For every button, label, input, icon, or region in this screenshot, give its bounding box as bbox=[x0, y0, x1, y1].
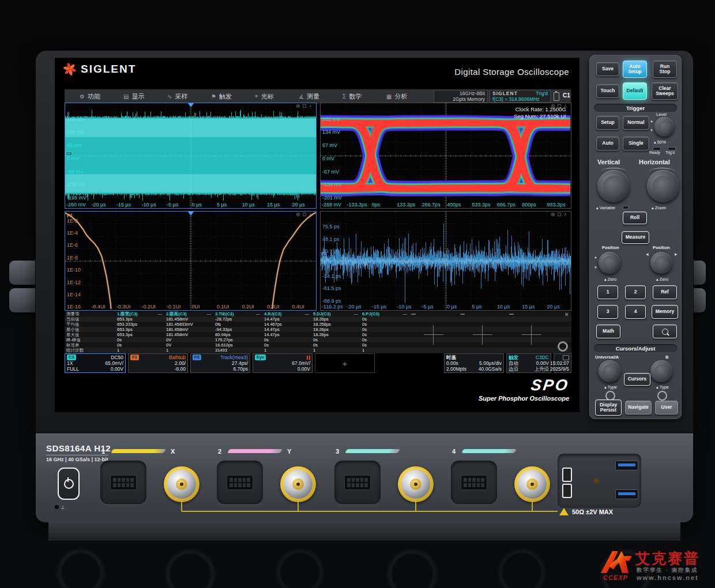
signal-box-c3[interactable]: C3DC501X65.0mV/FULL0.00V bbox=[65, 353, 126, 373]
b-knob[interactable] bbox=[650, 360, 672, 382]
column-header[interactable]: 3.TIE(C3)— bbox=[213, 311, 262, 316]
reset-statistics-icon[interactable] bbox=[558, 341, 568, 352]
default-button[interactable]: Default bbox=[623, 82, 647, 100]
power-button[interactable] bbox=[58, 468, 80, 500]
trigger-status-box[interactable]: 触发C3DC 自动0.00V 边沿上升沿 bbox=[506, 353, 551, 373]
accexp-logo-text: CCEXP bbox=[603, 574, 628, 581]
timebase-box[interactable]: 时基 0.00s5.00µs/div 2.00Mpts40.0GSa/s bbox=[444, 353, 504, 373]
sound-icon[interactable]: ♪ bbox=[309, 212, 314, 217]
menu-item-5[interactable]: ⌖光标 bbox=[255, 89, 274, 103]
clear-sweeps-button[interactable]: Clear Sweeps bbox=[652, 82, 678, 100]
empty-column-header[interactable] bbox=[507, 348, 556, 353]
tie-track-canvas[interactable] bbox=[321, 212, 571, 310]
signal-box-f3[interactable]: F3Track(mea3)27.4ps/6.70ps bbox=[190, 353, 250, 373]
cursors-button[interactable]: Cursors bbox=[624, 373, 650, 386]
camera-icon[interactable]: ◎ bbox=[551, 212, 557, 217]
trigger-position-marker[interactable] bbox=[188, 212, 194, 218]
empty-column-header[interactable]: ••• bbox=[409, 311, 458, 316]
waveform-plot-c3[interactable]: ◎▢♪ C3 bbox=[65, 103, 317, 209]
signal-box-eye[interactable]: Eye67.0mV/0.00V bbox=[253, 353, 313, 373]
vertical-scale-knob[interactable] bbox=[597, 170, 630, 202]
ref-button[interactable]: Ref bbox=[653, 285, 677, 299]
trigger-level-knob[interactable] bbox=[654, 117, 674, 137]
sample-rate: 40.0GSa/s bbox=[479, 366, 502, 372]
add-measurement-button[interactable] bbox=[522, 325, 541, 345]
vertical-position-knob[interactable] bbox=[599, 252, 620, 274]
sound-icon[interactable]: ♪ bbox=[309, 103, 314, 108]
menu-item-4[interactable]: ⚑触发 bbox=[211, 89, 232, 103]
f1-trace-marker[interactable]: F1 bbox=[67, 213, 73, 218]
add-trace-button[interactable]: + bbox=[315, 353, 375, 373]
expand-icon[interactable]: ▢ bbox=[557, 212, 564, 217]
empty-column-header[interactable]: ••• bbox=[507, 311, 556, 316]
empty-column-header[interactable] bbox=[458, 348, 507, 353]
column-header[interactable]: 6.PJ(C3)— bbox=[360, 311, 409, 316]
bathtub-plot-f1[interactable]: ◎▢♪ F1 bbox=[65, 211, 317, 311]
display-persist-button[interactable]: Display Persist bbox=[595, 399, 622, 416]
channel-indicator[interactable]: C1 bbox=[563, 92, 570, 99]
trigger-auto-button[interactable]: Auto bbox=[596, 137, 619, 150]
column-header[interactable]: 4.RJ(C3)— bbox=[262, 311, 311, 316]
add-measurement-button[interactable] bbox=[473, 325, 492, 345]
waveform-canvas[interactable] bbox=[65, 103, 316, 208]
auto-setup-button[interactable]: Auto Setup bbox=[623, 61, 647, 78]
clock-box[interactable]: 15:02:07 2025/9/5 bbox=[554, 353, 571, 373]
menu-item-8[interactable]: ▦分析 bbox=[386, 89, 407, 103]
bathtub-canvas[interactable] bbox=[65, 212, 316, 310]
memory-button[interactable]: Memory bbox=[652, 305, 678, 319]
menu-item-1[interactable]: ⚙功能 bbox=[80, 89, 100, 103]
empty-column-header[interactable] bbox=[507, 316, 556, 322]
trigger-normal-button[interactable]: Normal bbox=[623, 116, 649, 130]
horizontal-position-knob[interactable] bbox=[650, 252, 672, 274]
column-header[interactable]: 1.眼宽(C3)— bbox=[115, 311, 164, 316]
run-stop-button[interactable]: Run Stop bbox=[653, 61, 677, 78]
channel-1-button[interactable]: 1 bbox=[597, 285, 618, 299]
touch-button[interactable]: Touch bbox=[596, 84, 619, 98]
add-measurement-button[interactable] bbox=[424, 325, 443, 345]
expand-icon[interactable]: ▢ bbox=[302, 212, 309, 217]
empty-column-header[interactable] bbox=[409, 348, 458, 353]
horizontal-scale-knob[interactable] bbox=[647, 170, 679, 202]
universal-a-knob[interactable] bbox=[599, 360, 620, 382]
eye-diagram-plot[interactable]: ◎▢♪ Clock Rate: 1.2500G Seg Num: 27.510k… bbox=[320, 103, 571, 209]
column-header[interactable]: 2.眼高(C3)— bbox=[164, 311, 213, 316]
tie-track-plot-f3[interactable]: ◎▢♪ F3 bbox=[320, 211, 571, 311]
sound-icon[interactable]: ♪ bbox=[564, 212, 569, 217]
empty-column-header[interactable]: ••• bbox=[458, 311, 507, 316]
search-button[interactable] bbox=[653, 325, 677, 338]
channel-2-button[interactable]: 2 bbox=[625, 285, 646, 299]
signal-box-f1[interactable]: F1Bathtub2.00/-8.00 bbox=[128, 353, 188, 373]
camera-icon[interactable]: ◎ bbox=[296, 103, 302, 108]
trace-title: Bathtub bbox=[169, 355, 186, 360]
trigger-position-marker[interactable] bbox=[188, 103, 194, 110]
menu-item-6[interactable]: ∡测量 bbox=[299, 89, 319, 103]
close-icon[interactable]: ✕ bbox=[565, 311, 569, 318]
empty-column-header[interactable] bbox=[458, 316, 507, 322]
channel-3-button[interactable]: 3 bbox=[597, 305, 618, 319]
trigger-setup-button[interactable]: Setup bbox=[596, 116, 619, 130]
menu-item-7[interactable]: Σ数学 bbox=[343, 89, 362, 103]
trigger-single-button[interactable]: Single bbox=[623, 137, 649, 150]
oscilloscope-screen[interactable]: SIGLENT Digital Storage Oscilloscope ⚙功能… bbox=[55, 58, 579, 412]
menu-item-3[interactable]: ∿采样 bbox=[167, 89, 187, 103]
front-panel-controls: Save Auto Setup Run Stop Touch Default C… bbox=[589, 55, 682, 419]
math-button[interactable]: Math bbox=[596, 325, 620, 338]
row-header: 标准差 bbox=[65, 342, 115, 348]
column-header[interactable]: 5.DJ(C3)— bbox=[311, 311, 360, 316]
channel-4-button[interactable]: 4 bbox=[625, 305, 646, 319]
menu-item-2[interactable]: ▤显示 bbox=[123, 89, 144, 103]
c3-channel-marker[interactable]: C3 bbox=[65, 152, 73, 156]
roll-button[interactable]: Roll bbox=[623, 212, 647, 224]
acquisition-info-box[interactable]: 16GHz-8Bit 2Gpts Memory bbox=[434, 90, 488, 103]
camera-icon[interactable]: ◎ bbox=[296, 212, 302, 217]
product-title: Digital Storage Oscilloscope bbox=[454, 67, 569, 77]
empty-column-header[interactable] bbox=[409, 316, 458, 322]
navigate-button[interactable]: Navigate bbox=[625, 401, 652, 414]
expand-icon[interactable]: ▢ bbox=[302, 103, 309, 108]
user-button[interactable]: User bbox=[655, 401, 678, 414]
trigger-info-box[interactable]: SIGLENT Trig'd f(C3) = 314.9606MHz bbox=[490, 90, 551, 103]
measure-button[interactable]: Measure bbox=[622, 231, 649, 244]
f3-trace-marker[interactable]: F3 bbox=[321, 251, 326, 256]
row-header: 最大值 bbox=[65, 332, 115, 337]
save-button[interactable]: Save bbox=[596, 62, 619, 76]
